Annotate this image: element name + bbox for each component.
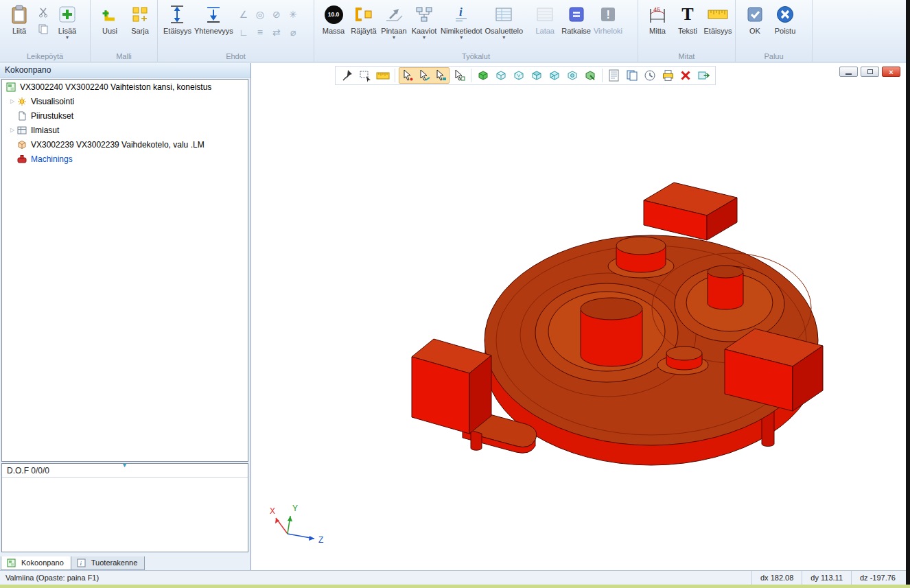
parts-list-button[interactable]: Osaluettelo ▾ <box>485 3 524 40</box>
tree-item-drawings[interactable]: Piirustukset <box>2 108 248 123</box>
distance-constraint-label: Etäisyys <box>163 27 191 35</box>
svg-text:!: ! <box>606 9 609 21</box>
tree-item-label: Visualisointi <box>31 97 74 106</box>
ok-label: OK <box>749 27 760 35</box>
paste-button[interactable]: Liitä <box>5 3 33 35</box>
pick-edge-icon[interactable] <box>416 68 432 83</box>
measure-label: Mitta <box>649 27 666 35</box>
concentric-constraint-icon[interactable]: ◎ <box>253 7 268 22</box>
ok-button[interactable]: OK <box>741 3 769 35</box>
symmetry-constraint-icon[interactable]: ⇄ <box>269 25 284 40</box>
isometric-view-icon[interactable] <box>564 68 581 83</box>
group-label-mitat: Mitat <box>638 52 735 60</box>
pick-feature-icon[interactable] <box>451 68 467 83</box>
explode-button[interactable]: Räjäytä <box>350 3 377 35</box>
svg-text:Z: Z <box>318 535 323 545</box>
perpendicular-constraint-icon[interactable]: ∟ <box>236 25 251 40</box>
tab-kokoonpano[interactable]: Kokoonpano <box>1 556 71 570</box>
restore-button[interactable] <box>861 67 879 77</box>
ruler-icon <box>707 3 729 26</box>
measure-icon: 45 <box>647 3 668 26</box>
delete-icon[interactable] <box>677 68 694 83</box>
pin-icon[interactable] <box>339 68 355 83</box>
export-view-icon[interactable] <box>695 68 712 83</box>
tree-item-part-vx3002239[interactable]: VX3002239 VX3002239 Vaihdekotelo, valu .… <box>2 137 248 152</box>
text-button[interactable]: T Teksti <box>674 3 701 35</box>
pick-mode-group <box>399 67 450 84</box>
distance-constraint-button[interactable]: Etäisyys <box>163 3 191 35</box>
add-plus-icon <box>58 3 76 26</box>
solve-icon <box>568 3 585 26</box>
text-label: Teksti <box>678 27 697 35</box>
status-bar: Valmiina (Opaste: paina F1) dx 182.08 dy… <box>0 570 910 585</box>
viewport-3d[interactable]: X Y Z <box>251 63 906 570</box>
minimize-icon <box>845 73 852 75</box>
new-part-button[interactable]: Uusi <box>96 3 124 35</box>
shaded-edges-view-icon[interactable] <box>528 68 545 83</box>
toolbar-separator <box>395 69 395 82</box>
tree-item-machinings[interactable]: Machinings <box>2 152 248 166</box>
copy-view-icon[interactable] <box>624 68 640 83</box>
wireframe-view-icon[interactable] <box>493 68 509 83</box>
ribbon-group-ehdot: Etäisyys Yhtenevyys ∠ ◎ ⊘ ✳ ∟ ≡ ⇄ ⌀ Ehdo… <box>158 0 314 62</box>
solve-button[interactable]: Ratkaise <box>561 3 591 35</box>
transparent-view-icon[interactable] <box>546 68 563 83</box>
ribbon-group-leikepoyta: Liitä Lisää ▾ Leikepöytä <box>0 0 91 62</box>
print-icon[interactable] <box>660 68 676 83</box>
tree-item-visualization[interactable]: ▷ Visualisointi <box>2 94 248 108</box>
to-surface-button[interactable]: Pintaan ▾ <box>380 3 408 40</box>
text-icon: T <box>681 3 693 26</box>
diameter-constraint-icon[interactable]: ⌀ <box>285 25 301 40</box>
part-list-icon[interactable] <box>606 68 622 83</box>
minimize-button[interactable] <box>839 67 858 77</box>
exit-label: Poistu <box>775 27 796 35</box>
ribbon: Liitä Lisää ▾ Leikepöytä Uusi <box>0 0 906 62</box>
zoom-window-icon[interactable] <box>357 68 373 83</box>
add-button[interactable]: Lisää ▾ <box>54 3 81 40</box>
cut-button[interactable] <box>36 5 50 19</box>
tree-item-label: Piirustukset <box>31 111 73 121</box>
item-data-button[interactable]: i Nimiketiedot ▾ <box>441 3 482 40</box>
assembly-tree: VX3002240 VX3002240 Vaihteiston kansi, k… <box>1 79 248 462</box>
item-data-icon: i <box>453 3 469 26</box>
exit-button[interactable]: Poistu <box>771 3 799 35</box>
ok-check-icon <box>746 3 764 26</box>
mass-button[interactable]: 10.0 Massa <box>320 3 347 35</box>
distance-measure-button[interactable]: Etäisyys <box>704 3 732 35</box>
assembly-icon <box>7 558 18 567</box>
constraint-grid: ∠ ◎ ⊘ ✳ ∟ ≡ ⇄ ⌀ <box>236 7 301 40</box>
angle-constraint-icon[interactable]: ∠ <box>236 7 251 22</box>
mass-icon: 10.0 <box>325 3 343 26</box>
measure-button[interactable]: 45 Mitta <box>644 3 671 35</box>
chevron-down-icon: ▾ <box>460 35 463 40</box>
appearances-icon <box>17 126 28 135</box>
pick-vertex-icon[interactable] <box>399 68 416 83</box>
render-view-icon[interactable] <box>582 68 598 83</box>
copy-button[interactable] <box>36 22 50 36</box>
pattern-constraint-icon[interactable]: ✳ <box>285 7 301 22</box>
restore-icon <box>867 69 873 74</box>
close-button[interactable]: × <box>882 67 900 77</box>
series-button[interactable]: Sarja <box>126 3 154 35</box>
measure-ruler-icon[interactable] <box>375 68 391 83</box>
tangent-constraint-icon[interactable]: ⊘ <box>269 7 284 22</box>
svg-text:45: 45 <box>653 6 660 13</box>
shaded-view-icon[interactable] <box>475 68 491 83</box>
ribbon-spacer <box>813 0 906 62</box>
tree-item-appearances[interactable]: ▷ Ilmiasut <box>2 123 248 137</box>
expand-arrow-icon[interactable]: ▷ <box>8 98 17 104</box>
coincidence-button[interactable]: Yhtenevyys <box>194 3 233 35</box>
diagrams-button[interactable]: Kaaviot ▾ <box>410 3 438 40</box>
assembly-panel: Kokoonpano VX3002240 VX3002240 Vaihteist… <box>0 63 251 570</box>
model-canvas[interactable] <box>251 63 906 570</box>
hidden-line-view-icon[interactable] <box>511 68 527 83</box>
splitter-handle-icon[interactable]: ▼ <box>121 462 128 469</box>
tree-item-root-assembly[interactable]: VX3002240 VX3002240 Vaihteiston kansi, k… <box>2 80 248 94</box>
parallel-constraint-icon[interactable]: ≡ <box>253 25 268 40</box>
tab-tuoterakenne[interactable]: i Tuoterakenne <box>71 556 145 570</box>
preview-icon[interactable] <box>642 68 658 83</box>
pick-face-icon[interactable] <box>432 68 449 83</box>
tree-item-label: VX3002239 VX3002239 Vaihdekotelo, valu .… <box>31 140 205 150</box>
expand-arrow-icon[interactable]: ▷ <box>8 127 17 133</box>
dof-row: ▼ D.O.F 0/0/0 <box>2 464 248 478</box>
